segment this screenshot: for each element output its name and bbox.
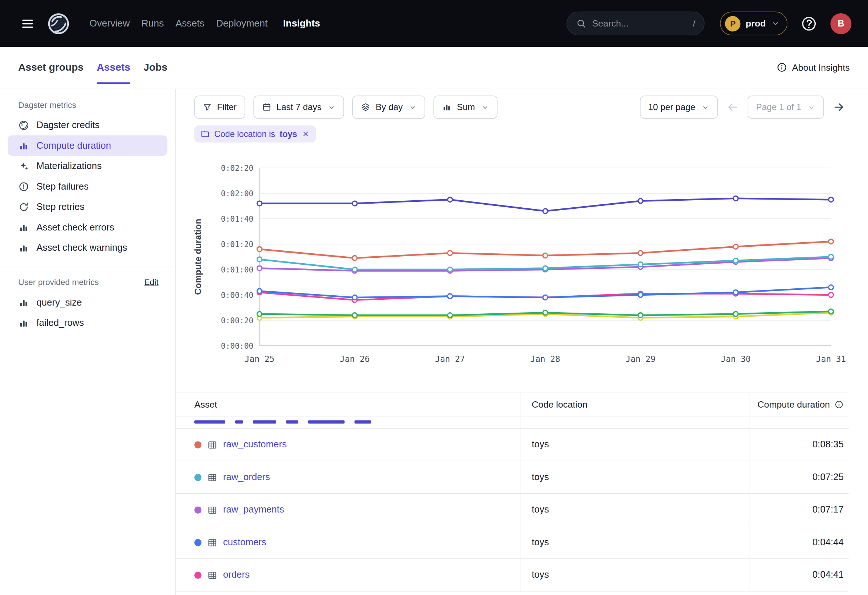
clipped-code-location-cell [521,416,749,428]
filter-button[interactable]: Filter [194,96,245,119]
sidebar-item-label: Materializations [37,161,102,171]
svg-text:0:01:40: 0:01:40 [221,215,254,223]
chevron-down-icon [481,103,490,112]
bar-chart-icon [18,317,30,328]
clipped-text-fragment [308,421,345,424]
asset-link[interactable]: orders [223,570,249,581]
app-window: Overview Runs Assets Deployment Insights… [0,0,868,595]
bar-chart-icon [18,221,30,233]
sidebar-item-label: Step retries [37,201,84,213]
sidebar-item-label: Dagster credits [37,120,99,131]
sidebar-item-label: failed_rows [37,317,84,328]
code-location-cell: toys [521,461,749,493]
nav-item-assets[interactable]: Assets [176,18,205,30]
duration-cell: 0:08:35 [749,428,849,461]
next-page-button[interactable] [833,101,845,114]
sidebar-item-asset-check-warnings[interactable]: Asset check warnings [0,238,175,258]
page-selector-dropdown[interactable]: Page 1 of 1 [748,96,824,119]
about-insights-link[interactable]: About Insights [777,62,850,73]
filter-chip-code-location[interactable]: Code location is toys [194,125,316,143]
tab-assets[interactable]: Assets [97,47,130,88]
nav-item-insights[interactable]: Insights [283,18,320,30]
table-header: Asset Code location Compute duration [176,393,849,416]
filter-icon [203,102,213,112]
column-header-code-location[interactable]: Code location [521,393,749,416]
search-box[interactable]: / [567,12,704,36]
search-icon [576,18,587,29]
sidebar-item-failed-rows[interactable]: failed_rows [0,313,175,333]
svg-text:Jan 26: Jan 26 [340,354,370,364]
sidebar-item-dagster-credits[interactable]: Dagster credits [0,115,175,136]
asset-cell: raw_orders [176,461,521,493]
code-location-cell: toys [521,559,749,591]
edit-metrics-link[interactable]: Edit [144,277,159,287]
hamburger-menu-button[interactable] [16,13,38,35]
sidebar-item-step-retries[interactable]: Step retries [0,196,175,217]
group-by-label: By day [376,102,403,112]
group-by-dropdown[interactable]: By day [353,96,425,119]
dagster-logo[interactable] [45,10,72,37]
nav-item-overview[interactable]: Overview [89,18,130,30]
svg-text:0:00:00: 0:00:00 [221,342,254,350]
clipped-text-fragment [194,421,225,424]
asset-link[interactable]: raw_payments [223,505,284,515]
deployment-switcher[interactable]: P prod [720,12,787,36]
assets-table: Asset Code location Compute duration [176,393,849,592]
clipped-text-fragment [253,421,276,424]
calendar-icon [261,102,271,112]
sidebar-item-asset-check-errors[interactable]: Asset check errors [0,217,175,238]
nav-item-deployment[interactable]: Deployment [216,18,268,30]
per-page-dropdown[interactable]: 10 per page [640,96,718,119]
hamburger-icon [21,16,35,31]
clipped-text-fragment [235,421,243,424]
table-asset-icon [207,439,218,450]
column-header-compute-duration[interactable]: Compute duration [749,393,849,416]
user-avatar[interactable]: B [830,13,852,34]
table-row-clipped [176,416,849,428]
table-asset-icon [207,570,218,580]
deployment-name: prod [745,18,766,29]
search-input[interactable] [592,18,687,29]
prev-page-button[interactable] [727,101,739,114]
table-row: raw_orders toys 0:07:25 [176,461,849,494]
sidebar-item-label: Asset check warnings [37,242,127,253]
asset-link[interactable]: raw_orders [223,472,270,483]
sidebar-item-materializations[interactable]: Materializations [0,156,175,176]
duration-cell: 0:04:44 [749,527,849,558]
column-header-asset[interactable]: Asset [176,393,521,416]
table-row: raw_payments toys 0:07:17 [176,494,849,527]
nav-item-runs[interactable]: Runs [141,18,164,30]
filter-chip-value: toys [279,129,297,139]
bar-chart-icon [18,140,30,151]
sidebar-item-label: Asset check errors [37,221,114,233]
asset-link[interactable]: customers [223,537,267,548]
table-asset-icon [207,505,218,515]
tab-jobs[interactable]: Jobs [143,47,167,88]
sidebar-item-compute-duration[interactable]: Compute duration [8,136,167,156]
asset-cell: customers [176,527,521,558]
table-body: raw_customers toys 0:08:35 raw_orders to… [176,428,849,592]
folder-icon [201,129,210,139]
code-location-cell: toys [521,428,749,461]
info-icon[interactable] [834,400,844,409]
line-chart: 0:02:200:02:000:01:400:01:200:01:000:00:… [176,161,868,371]
close-icon[interactable] [301,130,310,139]
time-range-dropdown[interactable]: Last 7 days [253,96,344,119]
duration-cell: 0:07:25 [749,461,849,493]
series-color-dot [194,441,202,449]
sidebar-item-step-failures[interactable]: Step failures [0,176,175,197]
svg-text:0:01:00: 0:01:00 [221,266,254,274]
svg-text:0:02:00: 0:02:00 [221,189,254,198]
help-button[interactable] [799,13,819,34]
refresh-icon [18,201,30,213]
asset-link[interactable]: raw_customers [223,439,287,450]
tab-asset-groups[interactable]: Asset groups [18,47,84,88]
layers-icon [361,102,371,112]
sidebar-item-label: Compute duration [37,140,111,151]
sidebar-section-title-user: User provided metrics Edit [18,277,159,287]
table-asset-icon [207,472,218,483]
top-nav: Overview Runs Assets Deployment Insights… [0,0,868,47]
sidebar-item-query-size[interactable]: query_size [0,292,175,313]
aggregation-dropdown[interactable]: Sum [434,96,498,119]
primary-nav: Overview Runs Assets Deployment Insights [89,18,320,30]
